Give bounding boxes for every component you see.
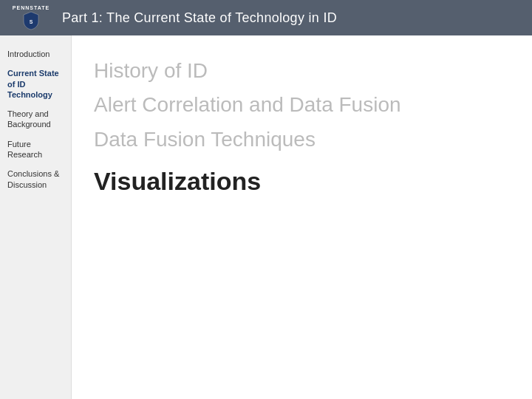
content-item-data-fusion: Data Fusion Techniques [94, 126, 510, 153]
svg-text:S: S [30, 19, 33, 24]
sidebar-item-future-research[interactable]: Future Research [6, 136, 65, 163]
header: PENNSTATE S Part 1: The Current State of… [0, 0, 532, 35]
header-title: Part 1: The Current State of Technology … [62, 10, 337, 26]
main-layout: Introduction Current State of ID Technol… [0, 35, 532, 399]
penn-state-logo: PENNSTATE S [12, 3, 50, 33]
shield-icon: S [23, 11, 39, 30]
content-item-visualizations: Visualizations [94, 165, 510, 197]
content-item-alert-correlation: Alert Correlation and Data Fusion [94, 92, 510, 118]
sidebar-item-current-state[interactable]: Current State of ID Technology [6, 65, 65, 103]
sidebar: Introduction Current State of ID Technol… [0, 35, 72, 399]
content-area: History of ID Alert Correlation and Data… [72, 35, 532, 399]
sidebar-item-introduction[interactable]: Introduction [6, 46, 65, 62]
logo-area: PENNSTATE S [12, 3, 50, 33]
content-item-history: History of ID [94, 58, 510, 84]
sidebar-item-conclusions[interactable]: Conclusions & Discussion [6, 166, 65, 193]
logo-text: PENNSTATE [13, 5, 50, 11]
sidebar-item-theory-background[interactable]: Theory and Background [6, 106, 65, 133]
